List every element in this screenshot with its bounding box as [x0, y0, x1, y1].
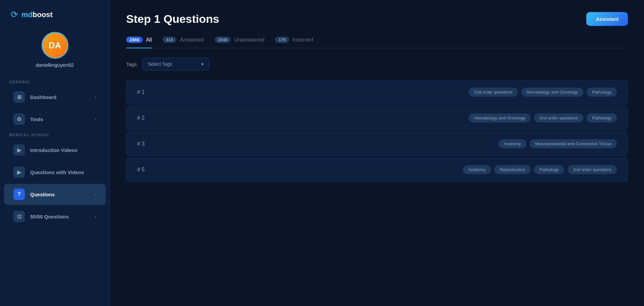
sidebar-item-intro-videos[interactable]: ▶ Introduction Videos	[4, 140, 106, 160]
question-tags: Anatomy Musculoskeletal and Connective T…	[498, 139, 617, 148]
tag-pill: Anatomy	[498, 139, 526, 148]
50-50-icon: ⊡	[13, 211, 25, 222]
logo-area: ⟳ mdboost	[0, 0, 110, 28]
sidebar-item-dashboard[interactable]: ⊞ Dashboard ›	[4, 87, 106, 107]
question-number: # 3	[137, 141, 154, 147]
question-list: # 1 2nd order questions Hematology and O…	[126, 80, 628, 182]
tags-row: Tags Select Tags ▾	[126, 58, 628, 70]
avatar-area: DA danielknguyen92	[0, 28, 110, 77]
tab-unanswered[interactable]: 2048 Unanswered	[215, 37, 265, 48]
question-number: # 1	[137, 89, 154, 95]
tab-all[interactable]: 2466 All	[126, 37, 152, 48]
table-row[interactable]: # 2 Hematology and Oncology 2nd order qu…	[126, 106, 628, 130]
dashboard-label: Dashboard	[30, 94, 56, 100]
question-tags: Hematology and Oncology 2nd order questi…	[469, 113, 617, 122]
chevron-icon: ›	[95, 192, 96, 197]
incorrect-badge: 175	[275, 37, 289, 43]
table-row[interactable]: # 5 Anatomy Reproductive Pathology 2nd o…	[126, 157, 628, 182]
incorrect-label: Incorrect	[292, 37, 313, 43]
tags-label: Tags	[126, 61, 137, 67]
tags-select[interactable]: Select Tags ▾	[142, 58, 209, 70]
question-number: # 2	[137, 115, 154, 121]
chevron-icon: ›	[95, 116, 96, 122]
intro-videos-label: Introduction Videos	[30, 147, 77, 153]
sidebar-item-50-50[interactable]: ⊡ 50/50 Questions ›	[4, 206, 106, 227]
table-row[interactable]: # 3 Anatomy Musculoskeletal and Connecti…	[126, 132, 628, 156]
sidebar-item-questions[interactable]: ? Questions ›	[4, 184, 106, 205]
main-content: Step 1 Questions Assistant 2466 All 418 …	[110, 0, 644, 306]
answered-badge: 418	[163, 37, 177, 43]
logo-text: mdboost	[21, 10, 53, 19]
general-section-label: GENERAL	[0, 77, 110, 86]
assistant-button[interactable]: Assistant	[586, 12, 628, 26]
unanswered-badge: 2048	[215, 37, 231, 43]
tag-pill: Pathology	[587, 113, 617, 122]
mdboost-logo-icon: ⟳	[11, 9, 18, 20]
50-50-label: 50/50 Questions	[30, 214, 69, 219]
tag-pill: Musculoskeletal and Connective Tissue	[530, 139, 617, 148]
page-title: Step 1 Questions	[126, 12, 219, 26]
question-tags: 2nd order questions Hematology and Oncol…	[469, 88, 617, 97]
chevron-icon: ›	[95, 214, 96, 219]
dashboard-icon: ⊞	[13, 91, 25, 103]
table-row[interactable]: # 1 2nd order questions Hematology and O…	[126, 80, 628, 104]
answered-label: Answered	[180, 37, 204, 43]
all-label: All	[146, 37, 152, 43]
tag-pill: Hematology and Oncology	[469, 113, 531, 122]
tab-incorrect[interactable]: 175 Incorrect	[275, 37, 313, 48]
sidebar: ⟳ mdboost DA danielknguyen92 GENERAL ⊞ D…	[0, 0, 110, 306]
sidebar-item-tools[interactable]: ⚙ Tools ›	[4, 109, 106, 130]
tag-pill: Anatomy	[463, 165, 491, 174]
tag-pill: Hematology and Oncology	[521, 88, 583, 97]
tag-pill: 2nd order questions	[534, 113, 583, 122]
question-tags: Anatomy Reproductive Pathology 2nd order…	[463, 165, 617, 174]
tag-pill: Pathology	[587, 88, 617, 97]
tag-pill: 2nd order questions	[568, 165, 617, 174]
question-number: # 5	[137, 167, 154, 173]
tags-select-placeholder: Select Tags	[148, 61, 172, 67]
tag-pill: Reproductive	[494, 165, 531, 174]
questions-with-videos-label: Questions with Videos	[30, 169, 84, 175]
filter-tabs: 2466 All 418 Answered 2048 Unanswered 17…	[126, 37, 628, 48]
unanswered-label: Unanswered	[234, 37, 264, 43]
tag-pill: 2nd order questions	[469, 88, 518, 97]
tab-answered[interactable]: 418 Answered	[163, 37, 204, 48]
avatar: DA	[42, 32, 68, 59]
sidebar-item-questions-with-videos[interactable]: ▶ Questions with Videos	[4, 162, 106, 183]
tag-pill: Pathology	[534, 165, 564, 174]
tools-icon: ⚙	[13, 113, 25, 125]
video-icon: ▶	[13, 144, 25, 156]
medical-school-section-label: MEDICAL SCHOOL	[0, 130, 110, 139]
questions-icon: ?	[13, 189, 25, 200]
chevron-icon: ›	[95, 94, 96, 100]
video-icon: ▶	[13, 166, 25, 178]
main-header: Step 1 Questions Assistant	[126, 12, 628, 26]
all-badge: 2466	[126, 37, 143, 43]
questions-label: Questions	[30, 192, 55, 197]
tools-label: Tools	[30, 116, 43, 122]
username: danielknguyen92	[36, 62, 74, 68]
chevron-down-icon: ▾	[201, 61, 204, 67]
